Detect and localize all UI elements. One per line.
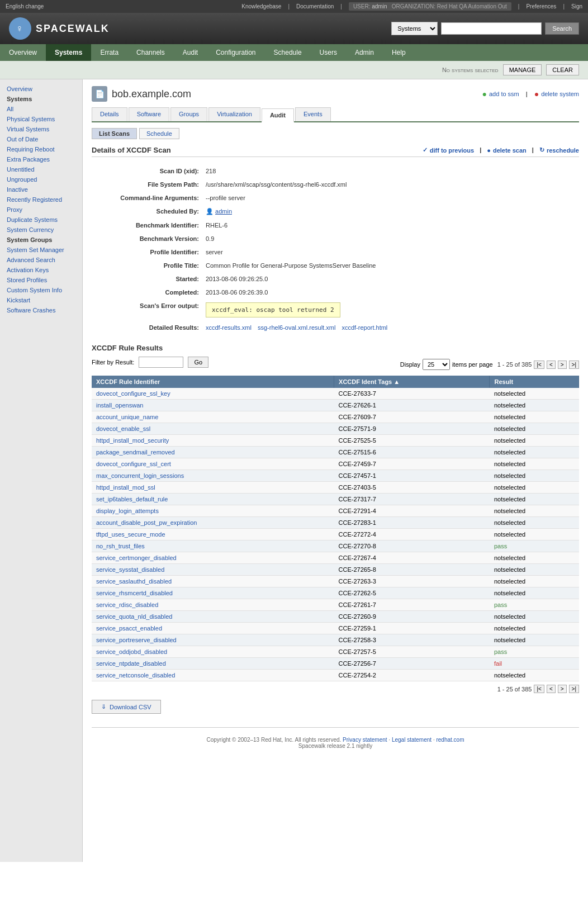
nav-errata[interactable]: Errata <box>91 44 127 61</box>
rule-link[interactable]: service_portreserve_disabled <box>96 637 177 643</box>
last-page-button[interactable]: >| <box>569 361 579 369</box>
xccdf-report-link[interactable]: xccdf-report.html <box>342 324 387 331</box>
nav-schedule[interactable]: Schedule <box>265 44 311 61</box>
sidebar-item-kickstart[interactable]: Kickstart <box>0 295 82 305</box>
rule-link[interactable]: tftpd_uses_secure_mode <box>96 531 165 538</box>
nav-users[interactable]: Users <box>311 44 346 61</box>
sidebar-item-virtual[interactable]: Virtual Systems <box>0 124 82 134</box>
nav-audit[interactable]: Audit <box>174 44 207 61</box>
sidebar-item-all[interactable]: All <box>0 104 82 114</box>
rule-link[interactable]: no_rsh_trust_files <box>96 543 145 549</box>
nav-channels[interactable]: Channels <box>127 44 174 61</box>
tab-groups[interactable]: Groups <box>170 107 207 121</box>
rule-link[interactable]: account_unique_name <box>96 414 158 420</box>
footer-redhat[interactable]: redhat.com <box>436 737 464 743</box>
sidebar-item-activation-keys[interactable]: Activation Keys <box>0 265 82 275</box>
search-button[interactable]: Search <box>545 22 579 35</box>
subtab-schedule[interactable]: Schedule <box>139 128 179 139</box>
rule-link[interactable]: dovecot_enable_ssl <box>96 425 150 432</box>
topbar-documentation[interactable]: Documentation <box>296 3 334 10</box>
sidebar-item-custom-info[interactable]: Custom System Info <box>0 285 82 295</box>
subtab-list-scans[interactable]: List Scans <box>92 128 137 139</box>
sidebar-item-recently[interactable]: Recently Registered <box>0 195 82 205</box>
topbar-prefs[interactable]: Preferences <box>526 3 556 10</box>
per-page-select[interactable]: 25 50 100 <box>423 359 450 370</box>
rule-link[interactable]: install_openswan <box>96 402 143 409</box>
search-input[interactable] <box>441 22 542 35</box>
rule-link[interactable]: httpd_install_mod_ssl <box>96 484 155 491</box>
sidebar-item-inactive[interactable]: Inactive <box>0 184 82 195</box>
rule-link[interactable]: service_netconsole_disabled <box>96 672 175 679</box>
col-rule-sort[interactable]: XCCDF Rule Identifier <box>96 378 160 385</box>
admin-link[interactable]: admin <box>215 208 232 215</box>
first-page-button-bottom[interactable]: |< <box>534 685 544 693</box>
rule-link[interactable]: account_disable_post_pw_expiration <box>96 519 197 526</box>
tab-software[interactable]: Software <box>129 107 169 121</box>
topbar-sign[interactable]: Sign <box>571 3 582 10</box>
sidebar-item-crashes[interactable]: Software Crashes <box>0 305 82 315</box>
rule-link[interactable]: max_concurrent_login_sessions <box>96 472 184 479</box>
rule-link[interactable]: service_oddjobd_disabled <box>96 648 167 655</box>
oval-result-link[interactable]: ssg-rhel6-oval.xml.result.xml <box>258 324 335 331</box>
first-page-button[interactable]: |< <box>534 361 544 369</box>
nav-overview[interactable]: Overview <box>0 44 46 61</box>
rule-link[interactable]: set_ip6tables_default_rule <box>96 496 168 502</box>
sidebar-item-ungrouped[interactable]: Ungrouped <box>0 174 82 184</box>
rule-link[interactable]: display_login_attempts <box>96 508 159 514</box>
tab-virtualization[interactable]: Virtualization <box>208 107 260 121</box>
rule-link[interactable]: dovecot_configure_ssl_cert <box>96 461 171 467</box>
rule-link[interactable]: service_psacct_enabled <box>96 625 162 632</box>
rule-link[interactable]: service_rhsmcertd_disabled <box>96 590 173 596</box>
rule-link[interactable]: httpd_install_mod_security <box>96 437 169 444</box>
sidebar-item-proxy[interactable]: Proxy <box>0 205 82 215</box>
rule-link[interactable]: service_quota_nld_disabled <box>96 613 172 620</box>
tab-details[interactable]: Details <box>92 107 127 121</box>
manage-button[interactable]: Manage <box>503 64 542 75</box>
last-page-button-bottom[interactable]: >| <box>569 685 579 693</box>
rule-link[interactable]: service_sysstat_disabled <box>96 566 164 573</box>
sidebar-item-currency[interactable]: System Currency <box>0 225 82 235</box>
filter-input[interactable] <box>139 357 183 368</box>
tab-audit[interactable]: Audit <box>262 108 294 122</box>
nav-help[interactable]: Help <box>383 44 415 61</box>
next-page-button-bottom[interactable]: > <box>558 685 567 693</box>
search-type-select[interactable]: Systems Packages Errata <box>391 22 438 35</box>
col-tags-sort[interactable]: XCCDF Ident Tags ▲ <box>339 378 400 385</box>
footer-privacy[interactable]: Privacy statement <box>343 737 387 743</box>
sidebar-item-unentitled[interactable]: Unentitled <box>0 164 82 174</box>
clear-button[interactable]: CLEAR <box>546 64 579 75</box>
topbar-user-link[interactable]: admin <box>372 3 387 10</box>
reschedule-link[interactable]: ↻ reschedule <box>539 146 579 154</box>
rule-link[interactable]: service_certmonger_disabled <box>96 554 177 561</box>
rule-link[interactable]: service_ntpdate_disabled <box>96 660 166 667</box>
nav-configuration[interactable]: Configuration <box>207 44 264 61</box>
sidebar-item-extra[interactable]: Extra Packages <box>0 154 82 164</box>
topbar-knowledgebase[interactable]: Knowledgebase <box>241 3 281 10</box>
rule-link[interactable]: dovecot_configure_ssl_key <box>96 390 170 397</box>
rule-link[interactable]: package_sendmail_removed <box>96 449 175 456</box>
xccdf-results-link[interactable]: xccdf-results.xml <box>206 324 252 331</box>
sidebar-item-advsearch[interactable]: Advanced Search <box>0 255 82 265</box>
nav-systems[interactable]: Systems <box>46 44 91 61</box>
sidebar-item-outofdate[interactable]: Out of Date <box>0 134 82 144</box>
delete-system-link[interactable]: ● delete system <box>534 89 579 98</box>
download-csv-button[interactable]: ⇓ Download CSV <box>92 700 161 714</box>
sidebar-item-stored-profiles[interactable]: Stored Profiles <box>0 275 82 285</box>
prev-page-button-bottom[interactable]: < <box>547 685 556 693</box>
next-page-button[interactable]: > <box>558 361 567 369</box>
prev-page-button[interactable]: < <box>547 361 556 369</box>
rule-link[interactable]: service_rdisc_disabled <box>96 601 158 608</box>
sidebar-overview[interactable]: Overview <box>0 84 82 94</box>
delete-scan-link[interactable]: ● delete scan <box>487 146 527 154</box>
topbar-change-link[interactable]: change <box>26 3 44 10</box>
add-to-ssm-link[interactable]: ● add to ssm <box>482 89 519 98</box>
sidebar-item-duplicate[interactable]: Duplicate Systems <box>0 215 82 225</box>
rule-link[interactable]: service_saslauthd_disabled <box>96 578 172 585</box>
footer-legal[interactable]: Legal statement <box>392 737 431 743</box>
nav-admin[interactable]: Admin <box>346 44 383 61</box>
sidebar-item-ssm[interactable]: System Set Manager <box>0 245 82 255</box>
sidebar-item-physical[interactable]: Physical Systems <box>0 114 82 124</box>
tab-events[interactable]: Events <box>295 107 331 121</box>
sidebar-item-reboot[interactable]: Requiring Reboot <box>0 144 82 154</box>
filter-go-button[interactable]: Go <box>188 357 208 368</box>
